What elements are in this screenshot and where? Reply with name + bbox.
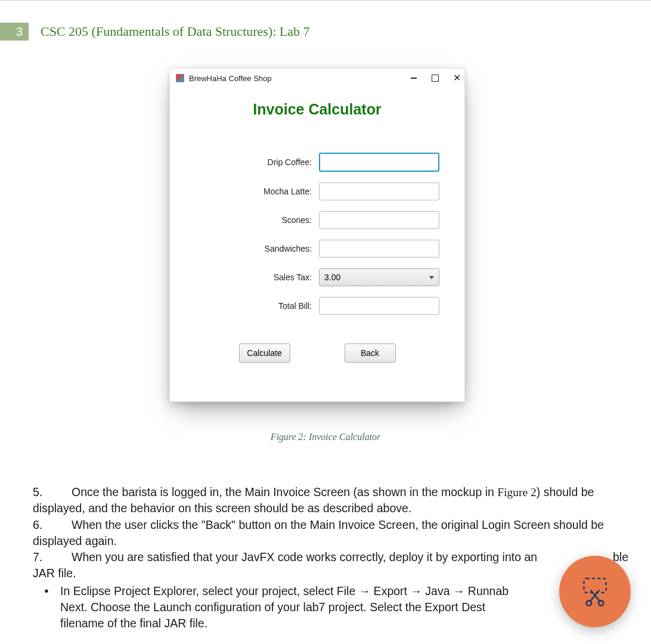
maximize-button[interactable] [431, 74, 439, 82]
item6-line1: When the user clicks the "Back" button o… [72, 517, 604, 533]
svg-rect-0 [584, 578, 606, 593]
figure-reference: Figure 2 [497, 486, 537, 499]
item5-line2: displayed, and the behavior on this scre… [33, 500, 628, 516]
window-titlebar: BrewHaHa Coffee Shop ✕ [170, 69, 464, 88]
minimize-button[interactable] [410, 74, 418, 82]
list-number: 5. [33, 484, 72, 500]
back-button[interactable]: Back [345, 343, 396, 363]
drip-coffee-label: Drip Coffee: [194, 157, 319, 167]
page-header: 3 CSC 205 (Fundamentals of Data Structur… [0, 23, 310, 41]
instruction-text: 5. Once the barista is logged in, the Ma… [33, 484, 628, 632]
list-number: 7. [33, 549, 72, 565]
bullet-line1: In Eclipse Project Explorer, select your… [60, 583, 509, 599]
page-number-badge: 3 [0, 23, 29, 41]
sales-tax-value: 3.00 [324, 273, 340, 282]
sales-tax-combo[interactable]: 3.00 [319, 268, 439, 286]
item6-line2: displayed again. [33, 533, 628, 549]
form-area: Drip Coffee: Mocha Latte: Scones: Sandwi… [170, 153, 464, 315]
sandwiches-input[interactable] [319, 240, 439, 258]
list-number: 6. [33, 517, 72, 533]
sales-tax-label: Sales Tax: [194, 273, 319, 282]
bullet-icon: • [33, 583, 60, 632]
drip-coffee-input[interactable] [319, 153, 439, 172]
figure-caption: Figure 2: Invoice Calculator [0, 432, 651, 442]
app-icon [176, 74, 184, 82]
item5-text-b: ) should be [537, 485, 594, 499]
total-bill-output[interactable] [319, 297, 439, 315]
invoice-app-window: BrewHaHa Coffee Shop ✕ Invoice Calculato… [169, 68, 465, 402]
total-bill-label: Total Bill: [194, 301, 319, 311]
mocha-latte-input[interactable] [319, 182, 439, 200]
bullet-line2: Next. Choose the Launch configuration of… [60, 599, 509, 615]
item5-text-a: Once the barista is logged in, the Main … [72, 485, 497, 499]
app-heading: Invoice Calculator [170, 101, 464, 118]
top-divider [0, 0, 651, 1]
svg-point-4 [599, 600, 603, 605]
scissors-icon [579, 575, 611, 608]
item7-line1a: When you are satisfied that your JavFX c… [72, 549, 537, 565]
bullet-line3: filename of the final JAR file. [60, 615, 509, 631]
item7-line2: JAR file. [33, 565, 628, 581]
svg-point-3 [587, 600, 591, 605]
calculate-button[interactable]: Calculate [239, 343, 290, 363]
scones-label: Scones: [194, 215, 319, 225]
course-title: CSC 205 (Fundamentals of Data Structures… [41, 24, 310, 39]
window-title: BrewHaHa Coffee Shop [189, 74, 410, 83]
chevron-down-icon [429, 276, 434, 279]
mocha-latte-label: Mocha Latte: [194, 187, 319, 196]
close-button[interactable]: ✕ [452, 74, 461, 82]
scones-input[interactable] [319, 211, 439, 229]
snip-fab[interactable] [559, 556, 631, 627]
sandwiches-label: Sandwiches: [194, 244, 319, 253]
